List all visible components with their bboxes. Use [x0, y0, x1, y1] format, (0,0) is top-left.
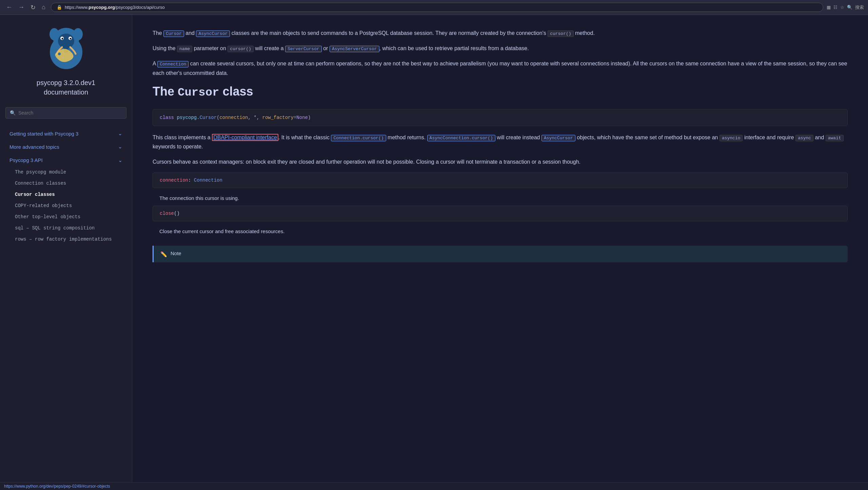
search-input[interactable]	[18, 110, 122, 116]
logo-image	[42, 25, 90, 73]
reload-button[interactable]: ↻	[28, 2, 38, 13]
class-param-row-factory: row_factory	[262, 115, 294, 120]
sidebar-item-psycopg3-api[interactable]: Psycopg 3 API ⌃	[3, 154, 129, 166]
sidebar-item-sql-composition[interactable]: sql – SQL string composition	[3, 223, 129, 233]
context-manager-paragraph: Cursors behave as context managers: on b…	[153, 157, 848, 166]
sidebar-item-copy-objects[interactable]: COPY-related objects	[3, 200, 129, 211]
class-keyword: class	[160, 115, 177, 120]
reader-icon[interactable]: ☷	[833, 5, 837, 10]
connection-cursor-link[interactable]: Connection.cursor()	[331, 135, 386, 141]
attr-connection-name-text: connection	[160, 178, 188, 183]
name-param: name	[177, 46, 192, 52]
search-label[interactable]: 搜索	[855, 4, 864, 11]
note-label: Note	[171, 250, 181, 256]
status-bar: https://www.python.org/dev/peps/pep-0249…	[0, 482, 868, 490]
intro-paragraph-3: A Connection can create several cursors,…	[153, 59, 848, 77]
sidebar-logo: psycopg 3.2.0.dev1 documentation	[0, 15, 132, 104]
status-url: https://www.python.org/dev/peps/pep-0249…	[4, 484, 110, 489]
attr-connection-colon: :	[188, 178, 194, 183]
sidebar-item-rows-factory[interactable]: rows – row factory implementations	[3, 234, 129, 245]
await-kw-inline: await	[826, 135, 844, 141]
svg-point-2	[50, 28, 59, 40]
connection-link[interactable]: Connection	[157, 61, 189, 67]
cursor-link[interactable]: Cursor	[163, 30, 184, 37]
svg-point-8	[70, 38, 71, 40]
class-name: Cursor	[200, 115, 217, 120]
nav-section: Getting started with Psycopg 3 ⌄ More ad…	[0, 125, 132, 246]
asynccursor-link2[interactable]: AsyncCursor	[541, 135, 575, 141]
psycopg3-api-label: Psycopg 3 API	[9, 157, 43, 163]
address-bar[interactable]: 🔒 https://www.psycopg.org/psycopg3/docs/…	[51, 3, 823, 12]
attr-close-desc: Close the current cursor and free associ…	[153, 224, 848, 239]
attr-connection-type: Connection	[194, 178, 222, 183]
attr-close-name-text: close	[160, 211, 174, 216]
main-layout: psycopg 3.2.0.dev1 documentation 🔍 Getti…	[0, 15, 868, 482]
dbapi-interface-link[interactable]: DBAPI-compliant interface	[212, 134, 278, 141]
servercursor-link[interactable]: ServerCursor	[285, 46, 322, 52]
svg-point-3	[73, 28, 83, 40]
cursor-fn: cursor()	[228, 46, 253, 52]
sidebar-item-cursor-classes[interactable]: Cursor classes	[3, 189, 129, 200]
bookmark-icon[interactable]: ☆	[840, 5, 844, 10]
class-signature-block: class psycopg.Cursor(connection, *, row_…	[153, 109, 848, 126]
sidebar-item-connection-classes[interactable]: Connection classes	[3, 178, 129, 189]
sidebar-item-getting-started[interactable]: Getting started with Psycopg 3 ⌄	[3, 127, 129, 140]
sidebar-item-other-top-level[interactable]: Other top-level objects	[3, 211, 129, 222]
nav-buttons: ← → ↻ ⌂	[4, 2, 47, 13]
more-advanced-label: More advanced topics	[9, 144, 59, 150]
intro-paragraph-2: Using the name parameter on cursor() wil…	[153, 44, 848, 53]
note-block: ✏️ Note	[153, 246, 848, 262]
sidebar-title: psycopg 3.2.0.dev1 documentation	[37, 78, 95, 97]
qr-icon[interactable]: ▦	[827, 5, 831, 10]
pencil-icon: ✏️	[160, 251, 167, 258]
intro-paragraph-1: The Cursor and AsyncCursor classes are t…	[153, 28, 848, 38]
sidebar-item-more-advanced[interactable]: More advanced topics ⌄	[3, 140, 129, 153]
attr-close-name: close()	[160, 211, 841, 216]
attr-close-parens: ()	[174, 211, 180, 216]
attr-connection-block: connection: Connection	[153, 172, 848, 188]
content-area: The Cursor and AsyncCursor classes are t…	[132, 15, 868, 482]
security-icon: 🔒	[57, 5, 62, 10]
asyncio-inline: asyncio	[719, 135, 743, 141]
asyncconnection-cursor-link[interactable]: AsyncConnection.cursor()	[427, 135, 495, 141]
svg-point-11	[58, 53, 61, 55]
chevron-down-icon-2: ⌄	[118, 144, 122, 150]
class-param-connection: connection	[219, 115, 248, 120]
attr-close-block: close()	[153, 206, 848, 221]
cursor-method-inline: cursor()	[548, 30, 573, 37]
forward-button[interactable]: →	[16, 2, 26, 12]
search-box[interactable]: 🔍	[5, 107, 126, 119]
browser-right-controls: ▦ ☷ ☆ 🔍 搜索	[827, 4, 864, 11]
asyncservercursor-link[interactable]: AsyncServerCursor	[330, 46, 379, 52]
class-desc-paragraph-1: This class implements a DBAPI-compliant …	[153, 133, 848, 151]
cursor-class-heading: The Cursor class	[153, 84, 848, 99]
search-icon[interactable]: 🔍	[847, 5, 852, 10]
sidebar-item-psycopg-module[interactable]: The psycopg module	[3, 167, 129, 178]
async-kw-inline: async	[795, 135, 813, 141]
address-text: https://www.psycopg.org/psycopg3/docs/ap…	[65, 5, 165, 10]
back-button[interactable]: ←	[4, 2, 14, 12]
browser-chrome: ← → ↻ ⌂ 🔒 https://www.psycopg.org/psycop…	[0, 0, 868, 15]
asynccursor-link[interactable]: AsyncCursor	[196, 30, 230, 37]
getting-started-label: Getting started with Psycopg 3	[9, 131, 78, 137]
chevron-down-icon: ⌄	[118, 130, 122, 137]
attr-connection-name: connection: Connection	[160, 178, 841, 183]
svg-point-7	[61, 38, 63, 40]
home-button[interactable]: ⌂	[40, 2, 47, 12]
attr-connection-desc: The connection this cursor is using.	[153, 191, 848, 206]
search-magnifier-icon: 🔍	[10, 110, 16, 116]
class-module: psycopg.	[177, 115, 199, 120]
chevron-up-icon: ⌃	[118, 157, 122, 163]
sidebar: psycopg 3.2.0.dev1 documentation 🔍 Getti…	[0, 15, 132, 482]
